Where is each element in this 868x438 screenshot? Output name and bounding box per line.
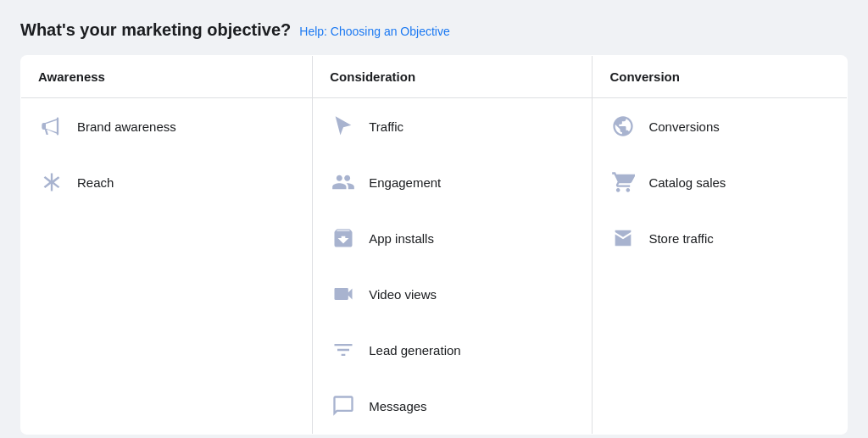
- store-icon: [609, 225, 637, 252]
- empty-cell-awareness-2: [21, 210, 312, 266]
- reach-label: Reach: [77, 175, 114, 190]
- people-icon: [330, 169, 357, 196]
- table-header-row: Awareness Consideration Conversion: [21, 56, 848, 98]
- box-icon: [330, 225, 357, 252]
- table-row: Messages: [21, 378, 848, 435]
- cell-awareness-1: Reach: [21, 154, 313, 210]
- col-header-conversion: Conversion: [593, 56, 848, 98]
- cell-conversion-2: Store traffic: [593, 210, 848, 266]
- cell-consideration-5: Messages: [313, 378, 593, 435]
- cell-consideration-2: App installs: [313, 210, 593, 266]
- cell-consideration-4: Lead generation: [313, 322, 593, 378]
- cell-conversion-1: Catalog sales: [593, 154, 848, 210]
- objective-table: Awareness Consideration Conversion Brand…: [20, 55, 848, 435]
- table-row: Brand awareness Traffic Conversions: [21, 98, 848, 155]
- brand-awareness-label: Brand awareness: [77, 119, 176, 134]
- conversions-label: Conversions: [648, 119, 719, 134]
- page-title: What's your marketing objective?: [20, 20, 291, 40]
- filter-icon: [330, 336, 357, 363]
- item-messages[interactable]: Messages: [313, 378, 592, 434]
- cell-conversion-0: Conversions: [593, 98, 848, 155]
- messages-label: Messages: [369, 399, 426, 413]
- item-reach[interactable]: Reach: [21, 154, 312, 210]
- table-row: Video views: [21, 266, 848, 322]
- table-row: Reach Engagement Catalog sales: [21, 154, 848, 210]
- empty-cell-awareness-3: [21, 266, 312, 322]
- lead-generation-label: Lead generation: [369, 343, 460, 358]
- cell-conversion-3: [593, 266, 848, 322]
- title-row: What's your marketing objective? Help: C…: [20, 20, 848, 40]
- megaphone-icon: [38, 113, 65, 140]
- cell-consideration-3: Video views: [313, 266, 593, 322]
- item-video-views[interactable]: Video views: [313, 266, 592, 322]
- item-app-installs[interactable]: App installs: [313, 210, 592, 266]
- chat-icon: [330, 392, 357, 419]
- traffic-label: Traffic: [369, 119, 403, 134]
- catalog-sales-label: Catalog sales: [648, 175, 726, 190]
- empty-cell-awareness-4: [21, 322, 312, 378]
- item-conversions[interactable]: Conversions: [593, 98, 847, 154]
- app-installs-label: App installs: [369, 231, 434, 246]
- empty-cell-conversion-5: [593, 378, 847, 434]
- cell-awareness-4: [21, 322, 313, 378]
- item-catalog-sales[interactable]: Catalog sales: [593, 154, 847, 210]
- empty-cell-conversion-3: [593, 266, 847, 322]
- cell-awareness-3: [21, 266, 313, 322]
- video-icon: [330, 280, 357, 308]
- item-brand-awareness[interactable]: Brand awareness: [21, 98, 312, 154]
- item-engagement[interactable]: Engagement: [313, 154, 592, 210]
- cell-conversion-5: [593, 378, 848, 435]
- cell-consideration-0: Traffic: [313, 98, 593, 155]
- engagement-label: Engagement: [369, 175, 441, 190]
- item-traffic[interactable]: Traffic: [313, 98, 592, 154]
- cell-consideration-1: Engagement: [313, 154, 593, 210]
- store-traffic-label: Store traffic: [648, 231, 713, 246]
- cell-conversion-4: [593, 322, 848, 378]
- empty-cell-conversion-4: [593, 322, 847, 378]
- cell-awareness-0: Brand awareness: [21, 98, 313, 155]
- col-header-consideration: Consideration: [313, 56, 593, 98]
- cart-icon: [609, 169, 637, 196]
- page-container: What's your marketing objective? Help: C…: [20, 20, 848, 435]
- empty-cell-awareness-5: [21, 378, 312, 434]
- cell-awareness-5: [21, 378, 313, 435]
- col-header-awareness: Awareness: [21, 56, 313, 98]
- table-row: Lead generation: [21, 322, 848, 378]
- item-store-traffic[interactable]: Store traffic: [593, 210, 847, 266]
- globe-icon: [609, 113, 637, 140]
- help-link[interactable]: Help: Choosing an Objective: [299, 25, 449, 38]
- cell-awareness-2: [21, 210, 313, 266]
- cursor-icon: [330, 113, 357, 140]
- asterisk-icon: [38, 169, 65, 196]
- item-lead-generation[interactable]: Lead generation: [313, 322, 592, 378]
- video-views-label: Video views: [369, 287, 437, 302]
- table-row: App installs Store traffic: [21, 210, 848, 266]
